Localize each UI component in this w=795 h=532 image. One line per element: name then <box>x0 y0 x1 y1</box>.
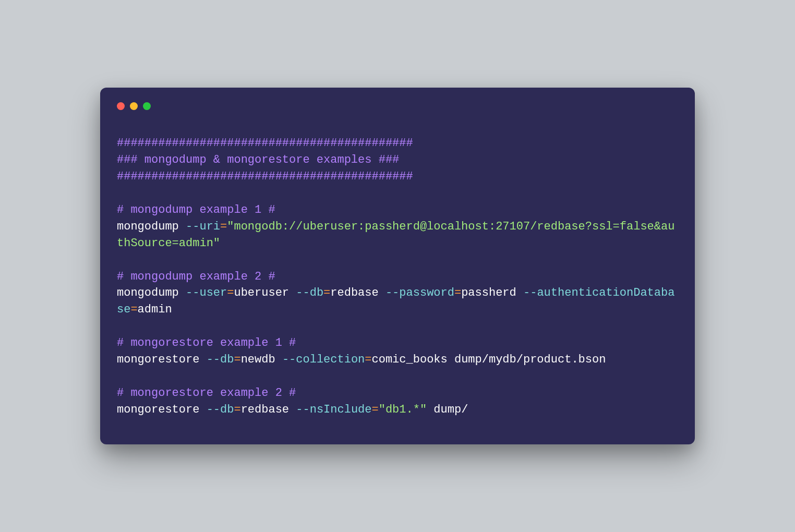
code-content: ########################################… <box>117 135 678 418</box>
example3-collection-value: comic_books dump/mydb/product.bson <box>372 353 606 366</box>
example1-flag: --uri <box>186 220 220 233</box>
equals-sign: = <box>323 286 330 299</box>
example4-flag-db: --db <box>207 403 234 416</box>
example4-nsinclude-string: "db1.*" <box>379 403 427 416</box>
minimize-icon[interactable] <box>130 102 138 110</box>
equals-sign: = <box>372 403 379 416</box>
example3-flag-db: --db <box>207 353 234 366</box>
equals-sign: = <box>234 403 240 416</box>
example3-cmd: mongorestore <box>117 353 207 366</box>
example4-tail: dump/ <box>427 403 468 416</box>
example4-db-value: redbase <box>241 403 296 416</box>
example2-authdb-value: admin <box>138 303 172 316</box>
example2-comment: # mongodump example 2 # <box>117 270 275 283</box>
example2-flag-password: --password <box>386 286 454 299</box>
example4-flag-nsinclude: --nsInclude <box>296 403 371 416</box>
example2-cmd: mongodump <box>117 286 186 299</box>
example1-cmd: mongodump <box>117 220 186 233</box>
equals-sign: = <box>227 286 234 299</box>
example2-flag-db: --db <box>296 286 323 299</box>
equals-sign: = <box>220 220 227 233</box>
example4-comment: # mongorestore example 2 # <box>117 386 296 400</box>
terminal-window: ########################################… <box>100 88 695 444</box>
example3-comment: # mongorestore example 1 # <box>117 336 296 349</box>
example2-db-value: redbase <box>330 286 386 299</box>
header-divider-bottom: ########################################… <box>117 170 413 183</box>
example2-user-value: uberuser <box>234 286 296 299</box>
example2-password-value: passherd <box>461 286 523 299</box>
window-controls <box>117 102 678 110</box>
header-divider-top: ########################################… <box>117 137 413 150</box>
equals-sign: = <box>234 353 240 366</box>
example4-cmd: mongorestore <box>117 403 207 416</box>
equals-sign: = <box>454 286 461 299</box>
example2-flag-user: --user <box>186 286 227 299</box>
example3-db-value: newdb <box>241 353 282 366</box>
maximize-icon[interactable] <box>143 102 151 110</box>
example1-comment: # mongodump example 1 # <box>117 203 275 216</box>
equals-sign: = <box>130 303 137 316</box>
close-icon[interactable] <box>117 102 125 110</box>
header-title: ### mongodump & mongorestore examples ##… <box>117 153 399 166</box>
equals-sign: = <box>365 353 371 366</box>
example3-flag-collection: --collection <box>282 353 365 366</box>
